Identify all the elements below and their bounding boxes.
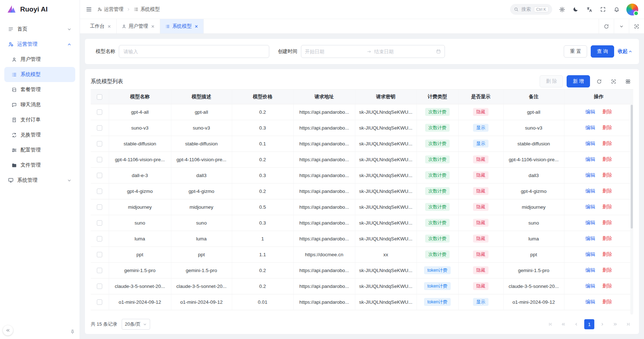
row-checkbox[interactable] — [97, 204, 102, 210]
next-page-button[interactable] — [597, 319, 607, 329]
model-name-input[interactable] — [119, 45, 269, 58]
row-checkbox[interactable] — [97, 173, 102, 178]
sidebar-item-package-management[interactable]: 套餐管理 — [4, 82, 75, 97]
visibility-badge[interactable]: 隐藏 — [473, 235, 488, 243]
close-icon[interactable] — [151, 24, 155, 28]
close-icon[interactable] — [194, 24, 198, 28]
row-checkbox[interactable] — [97, 299, 102, 305]
row-checkbox[interactable] — [97, 268, 102, 273]
visibility-badge[interactable]: 显示 — [473, 124, 488, 132]
collapse-filter-link[interactable]: 收起 — [618, 48, 632, 55]
visibility-badge[interactable]: 显示 — [473, 140, 488, 148]
edit-link[interactable]: 编辑 — [585, 299, 595, 304]
delete-link[interactable]: 删除 — [602, 125, 612, 130]
query-button[interactable]: 查 询 — [591, 45, 614, 58]
sidebar-item-redeem-management[interactable]: 兑换管理 — [4, 127, 75, 143]
content-fullscreen-button[interactable] — [629, 19, 644, 33]
sidebar-item-system-model[interactable]: 系统模型 — [4, 67, 75, 82]
delete-link[interactable]: 删除 — [602, 188, 612, 194]
scrollbar-thumb[interactable] — [631, 105, 633, 229]
visibility-badge[interactable]: 隐藏 — [473, 171, 488, 180]
delete-link[interactable]: 删除 — [602, 141, 612, 146]
start-date-input[interactable] — [305, 49, 364, 54]
dark-mode-button[interactable] — [569, 3, 582, 15]
batch-delete-button[interactable]: 删 除 — [540, 75, 563, 87]
last-page-button[interactable] — [623, 319, 633, 329]
edit-link[interactable]: 编辑 — [585, 252, 595, 257]
edit-link[interactable]: 编辑 — [585, 283, 595, 289]
row-checkbox[interactable] — [97, 125, 102, 131]
delete-link[interactable]: 删除 — [602, 267, 612, 273]
row-checkbox[interactable] — [97, 284, 102, 289]
visibility-badge[interactable]: 隐藏 — [473, 266, 488, 275]
visibility-badge[interactable]: 隐藏 — [473, 187, 488, 195]
language-button[interactable] — [583, 3, 595, 15]
visibility-badge[interactable]: 隐藏 — [473, 203, 488, 211]
sidebar-item-payment-orders[interactable]: 支付订单 — [4, 112, 75, 127]
user-avatar[interactable] — [626, 4, 638, 15]
edit-link[interactable]: 编辑 — [585, 267, 595, 273]
delete-link[interactable]: 删除 — [602, 252, 612, 257]
edit-link[interactable]: 编辑 — [585, 204, 595, 209]
edit-link[interactable]: 编辑 — [585, 125, 595, 130]
next-group-button[interactable] — [610, 319, 620, 329]
delete-link[interactable]: 删除 — [602, 220, 612, 225]
tab-user-management[interactable]: 用户管理 — [117, 19, 160, 33]
sidebar-item-config-management[interactable]: 配置管理 — [4, 143, 75, 158]
edit-link[interactable]: 编辑 — [585, 236, 595, 241]
edit-link[interactable]: 编辑 — [585, 141, 595, 146]
global-search[interactable]: 搜索 Ctrl K — [510, 4, 553, 15]
row-checkbox[interactable] — [97, 157, 102, 162]
date-range-picker[interactable] — [301, 45, 445, 58]
column-settings-button[interactable] — [622, 76, 633, 87]
end-date-input[interactable] — [374, 49, 433, 54]
logo-row[interactable]: Ruoyi AI — [0, 0, 80, 19]
table-fullscreen-button[interactable] — [608, 76, 619, 87]
add-button[interactable]: 新 增 — [567, 75, 590, 87]
reset-button[interactable]: 重 置 — [564, 45, 587, 58]
sidebar-item-home[interactable]: 首页 — [4, 22, 75, 37]
close-icon[interactable] — [107, 24, 111, 28]
row-checkbox[interactable] — [97, 141, 102, 146]
notifications-button[interactable] — [611, 3, 623, 15]
row-checkbox[interactable] — [97, 236, 102, 241]
refresh-table-button[interactable] — [594, 76, 604, 87]
visibility-badge[interactable]: 隐藏 — [473, 282, 488, 290]
sidebar-collapse-button[interactable] — [3, 325, 13, 335]
delete-link[interactable]: 删除 — [602, 172, 612, 178]
row-checkbox[interactable] — [97, 109, 102, 115]
edit-link[interactable]: 编辑 — [585, 188, 595, 194]
hamburger-menu-icon[interactable] — [86, 6, 92, 13]
visibility-badge[interactable]: 隐藏 — [473, 219, 488, 227]
edit-link[interactable]: 编辑 — [585, 157, 595, 162]
fullscreen-button[interactable] — [597, 3, 609, 15]
prev-group-button[interactable] — [558, 319, 568, 329]
tab-options-button[interactable] — [614, 19, 629, 33]
visibility-badge[interactable]: 隐藏 — [473, 155, 488, 164]
sidebar-item-system-management[interactable]: 系统管理 — [4, 173, 75, 188]
prev-page-button[interactable] — [571, 319, 581, 329]
settings-button[interactable] — [556, 3, 568, 15]
row-checkbox[interactable] — [97, 189, 102, 194]
delete-link[interactable]: 删除 — [602, 204, 612, 209]
visibility-badge[interactable]: 隐藏 — [473, 108, 488, 116]
edit-link[interactable]: 编辑 — [585, 220, 595, 225]
page-number[interactable]: 1 — [584, 319, 594, 329]
breadcrumb-item-system-model[interactable]: 系统模型 — [134, 6, 160, 13]
visibility-badge[interactable]: 显示 — [473, 298, 488, 306]
sidebar-item-file-management[interactable]: 文件管理 — [4, 158, 75, 173]
page-size-select[interactable]: 20条/页 — [122, 319, 150, 330]
row-checkbox[interactable] — [97, 220, 102, 226]
sidebar-item-chat-messages[interactable]: 聊天消息 — [4, 97, 75, 112]
sidebar-item-operations[interactable]: 运营管理 — [4, 37, 75, 52]
delete-link[interactable]: 删除 — [602, 157, 612, 162]
refresh-tab-button[interactable] — [599, 19, 614, 33]
pin-icon[interactable] — [70, 329, 75, 335]
row-checkbox[interactable] — [97, 252, 102, 257]
delete-link[interactable]: 删除 — [602, 236, 612, 241]
tab-workbench[interactable]: 工作台 — [85, 19, 117, 33]
delete-link[interactable]: 删除 — [602, 109, 612, 114]
table-scrollbar[interactable] — [630, 90, 633, 315]
visibility-badge[interactable]: 隐藏 — [473, 250, 488, 259]
select-all-checkbox[interactable] — [97, 94, 102, 100]
